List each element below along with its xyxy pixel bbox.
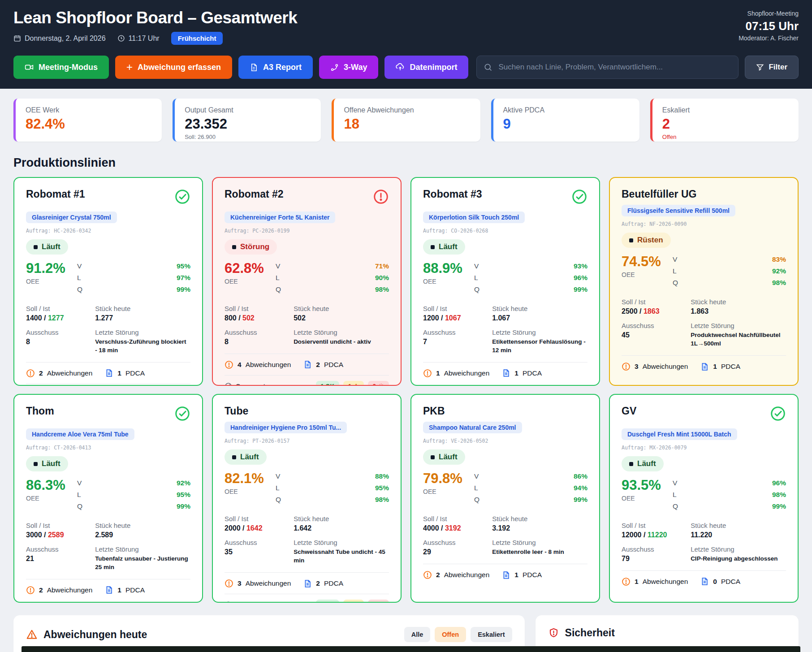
card-footer: 2Abweichungen1PDCA (26, 579, 190, 595)
vlq-key: V (77, 262, 82, 270)
vlq-key: Q (77, 285, 82, 294)
abweichungen-link[interactable]: 2Abweichungen (423, 570, 489, 579)
stoerung-block: Letzte StörungEtikettenrolle leer - 8 mi… (492, 539, 587, 557)
abweichungen-link[interactable]: 1Abweichungen (622, 577, 688, 586)
abweichungen-link[interactable]: 4Abweichungen (225, 360, 291, 369)
soll-ist-block: Soll / Ist2500 / 1863 (622, 298, 691, 315)
vlq-value: 98% (375, 496, 389, 504)
shift-badge[interactable]: Frühschicht (171, 32, 223, 45)
vlq-key: L (474, 274, 478, 282)
stueck-block: Stück heute502 (294, 305, 389, 322)
filter-chip-offen[interactable]: Offen (435, 627, 466, 642)
pdca-link[interactable]: 0PDCA (700, 577, 740, 586)
filter-chip-eskaliert[interactable]: Eskaliert (471, 627, 512, 642)
meeting-label: Shopfloor-Meeting (739, 10, 799, 17)
line-name: Thom (26, 406, 54, 417)
sicherheit-title-text: Sicherheit (565, 627, 615, 639)
deviation-alert-icon (225, 360, 233, 369)
a3-report-button[interactable]: A3 Report (238, 56, 313, 79)
line-card-gv[interactable]: GVDuschgel Fresh Mint 15000L BatchAuftra… (609, 394, 799, 603)
ausschuss-block: Ausschuss8 (26, 328, 95, 355)
vlq-row: L92% (673, 267, 786, 275)
vlq-value: 99% (177, 502, 190, 510)
ausschuss-value: 45 (622, 331, 691, 339)
vlq-row: V86% (474, 472, 587, 480)
vlq-key: V (474, 262, 479, 270)
pdca-link[interactable]: 1PDCA (105, 369, 145, 377)
moderator-label: Moderator: A. Fischer (739, 35, 799, 42)
search-container (476, 56, 739, 79)
abweichungen-link[interactable]: 3Abweichungen (622, 362, 688, 371)
filter-chip-alle[interactable]: Alle (404, 627, 431, 642)
line-card-beutelf-ller-ug[interactable]: Beutelfüller UGFlüssigseife Sensitive Re… (609, 177, 799, 386)
kpi-sub: Soll: 26.900 (185, 134, 311, 140)
clock-icon (117, 35, 125, 42)
oee-value: 86.3% (26, 478, 65, 492)
abweichungen-link[interactable]: 1Abweichungen (423, 369, 489, 378)
kpi-label: OEE Werk (26, 106, 152, 114)
line-name: Beutelfüller UG (622, 189, 696, 200)
vlq-row: Q98% (276, 285, 389, 294)
status-pill: Läuft (423, 239, 465, 255)
vlq-value: 95% (375, 484, 389, 492)
line-status-icon (174, 406, 190, 423)
ausschuss-block: Ausschuss8 (225, 328, 294, 346)
auftrag-number: Auftrag: HC-2026-0342 (26, 228, 190, 234)
line-card-thom[interactable]: ThomHandcreme Aloe Vera 75ml TubeAuftrag… (13, 394, 203, 603)
soll-ist-value: 2000 / 1642 (225, 524, 294, 532)
line-card-robomat-2[interactable]: Robomat #2Küchenreiniger Forte 5L Kanist… (212, 177, 402, 386)
abweichungen-link[interactable]: 2Abweichungen (26, 369, 92, 378)
line-name: Robomat #3 (423, 189, 482, 200)
app-header: Lean Shopfloor Board – Gesamtwerk Donner… (0, 0, 812, 89)
search-input[interactable] (476, 56, 739, 79)
abweichungen-link[interactable]: 2Abweichungen (26, 586, 92, 595)
abweichungen-link[interactable]: 3Abweichungen (225, 579, 291, 588)
line-card-tube[interactable]: TubeHandreiniger Hygiene Pro 150ml Tu...… (212, 394, 402, 603)
kpi-label: Eskaliert (662, 106, 789, 114)
stoerung-value: Etikettenrolle leer - 8 min (492, 548, 587, 557)
abweichung-erfassen-button[interactable]: + Abweichung erfassen (115, 56, 232, 79)
filter-label: Filter (769, 63, 787, 72)
stoerung-block: Letzte StörungDosierventil undicht - akt… (294, 328, 389, 346)
line-card-pkb[interactable]: PKBShampoo Natural Care 250mlAuftrag: VE… (410, 394, 600, 603)
vlq-key: Q (673, 502, 678, 510)
pdca-link[interactable]: 1PDCA (700, 363, 740, 371)
ausschuss-value: 79 (622, 555, 691, 563)
kpi-value: 82.4% (26, 117, 152, 131)
kpi-card-offene-abweichungen: Offene Abweichungen18 (332, 99, 480, 142)
pdca-link[interactable]: 1PDCA (105, 586, 145, 594)
grenzwerte-row: Grenzwerte:2 OK1⚠ (26, 384, 190, 386)
datenimport-button[interactable]: Datenimport (384, 56, 468, 79)
line-card-robomat-1[interactable]: Robomat #1Glasreiniger Crystal 750mlAuft… (13, 177, 203, 386)
stoerung-value: Verschluss-Zuführung blockiert - 18 min (95, 338, 190, 355)
status-dot-icon (431, 245, 435, 249)
pdca-link[interactable]: 2PDCA (303, 579, 343, 588)
oee-label: OEE (423, 278, 462, 285)
kpi-value: 2 (662, 117, 789, 131)
upload-cloud-icon (396, 63, 405, 72)
kpi-value: 9 (503, 117, 630, 131)
siren-icon (378, 602, 384, 603)
line-card-robomat-3[interactable]: Robomat #3Körperlotion Silk Touch 250mlA… (410, 177, 600, 386)
check-circle-icon (770, 406, 786, 422)
pdca-doc-icon (105, 586, 113, 594)
soll-ist-value: 1400 / 1277 (26, 314, 95, 322)
three-way-button[interactable]: 3-Way (319, 56, 378, 79)
pdca-doc-icon (303, 579, 312, 588)
auftrag-number: Auftrag: MX-2026-0079 (622, 445, 786, 451)
grenzwerte-label: Grenzwerte: (225, 382, 271, 386)
pdca-link[interactable]: 2PDCA (303, 360, 343, 369)
vlq-row: L96% (474, 274, 587, 282)
pdca-link[interactable]: 1PDCA (502, 571, 542, 579)
line-name: GV (622, 406, 636, 417)
pdca-link[interactable]: 1PDCA (502, 369, 542, 377)
oee-block: 82.1%OEE (225, 471, 264, 507)
meeting-modus-button[interactable]: Meeting-Modus (13, 56, 109, 79)
oee-label: OEE (26, 495, 65, 502)
vlq-value: 93% (574, 262, 587, 270)
vlq-value: 95% (177, 262, 190, 270)
deviation-alert-icon (225, 579, 233, 588)
status-pill: Läuft (225, 449, 267, 465)
filter-button[interactable]: Filter (745, 56, 799, 79)
vlq-key: Q (276, 285, 281, 294)
